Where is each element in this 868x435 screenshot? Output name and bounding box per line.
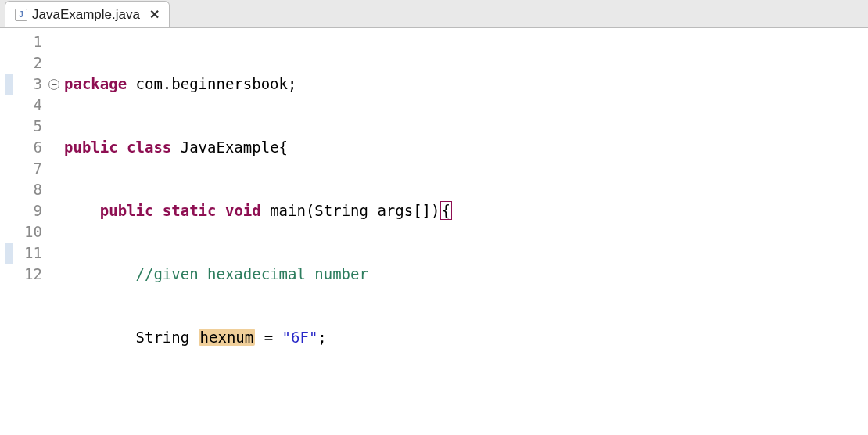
marker-gutter	[0, 31, 14, 435]
java-file-icon: J	[15, 9, 27, 21]
code-content[interactable]: package com.beginnersbook; public class …	[61, 31, 868, 435]
code-editor[interactable]: 1 2 3 4 5 6 7 8 9 10 11 12 − package com…	[0, 28, 868, 435]
fold-gutter: −	[47, 31, 61, 435]
editor-tabbar: J JavaExample.java ✕	[0, 0, 868, 28]
editor-tab[interactable]: J JavaExample.java ✕	[5, 1, 170, 27]
fold-toggle-icon[interactable]: −	[48, 79, 59, 90]
line-numbers: 1 2 3 4 5 6 7 8 9 10 11 12	[14, 31, 47, 435]
editor-tab-filename: JavaExample.java	[32, 7, 140, 23]
close-tab-icon[interactable]: ✕	[149, 7, 160, 22]
